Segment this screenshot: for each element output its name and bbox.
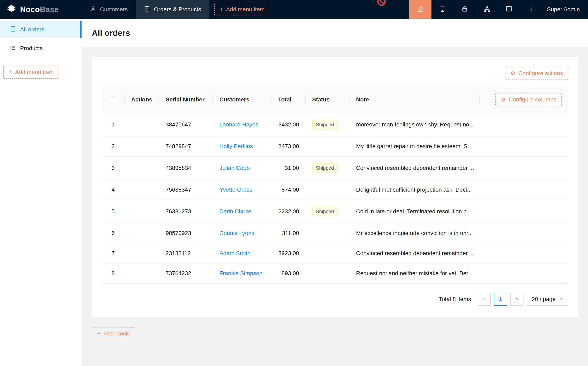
configure-columns-button[interactable]: ⚙ Configure columns: [495, 93, 562, 106]
column-header-status: Status: [306, 86, 349, 113]
customer-link[interactable]: Leonard Hayes: [219, 121, 258, 128]
logo-text: NocoBase: [20, 5, 59, 14]
api-button[interactable]: [476, 0, 498, 19]
gear-icon: ⚙: [500, 97, 506, 102]
app: NocoBase Customers Orders & Products + A…: [0, 0, 588, 366]
serial-number-cell: 73764232: [159, 263, 213, 283]
plus-icon: +: [9, 69, 12, 75]
blocked-cursor-icon: [377, 0, 386, 8]
extra-cell: [480, 243, 568, 263]
actions-cell: [125, 113, 159, 136]
total-cell: 3432.00: [271, 113, 305, 136]
column-header-customers: Customers: [213, 86, 272, 113]
customer-link[interactable]: Frankie Simpson: [219, 270, 263, 276]
table-toolbar: ⚙ Configure actions: [102, 67, 568, 80]
note-cell: Convinced resembled dependent remainder …: [349, 156, 480, 180]
chevron-down-icon: [559, 296, 563, 303]
nav-tab-orders-products[interactable]: Orders & Products: [136, 0, 209, 19]
orders-table-block: ⚙ Configure actions Actions: [92, 57, 578, 317]
lock-button[interactable]: [454, 0, 476, 19]
page-size-select[interactable]: 20 / page: [527, 293, 568, 306]
layout-button[interactable]: [498, 0, 520, 19]
column-header-total: Total: [271, 86, 305, 113]
sidebar: All orders Products + Add menu item: [0, 19, 82, 366]
serial-number-cell: 38475647: [159, 113, 213, 136]
extra-cell: [480, 223, 568, 243]
top-navbar: NocoBase Customers Orders & Products + A…: [0, 0, 588, 19]
column-header-serial-number: Serial Number: [159, 86, 213, 113]
table-row[interactable]: 2 74829847 Holly Perkins 8473.00 My litt…: [102, 136, 568, 156]
highlight-icon: [417, 6, 424, 14]
serial-number-cell: 76381273: [159, 200, 213, 223]
customer-link[interactable]: Yvette Gross: [219, 186, 252, 193]
table-row[interactable]: 1 38475647 Leonard Hayes 3432.00 Shipped…: [102, 113, 568, 136]
extra-cell: [480, 156, 568, 180]
lock-icon: [461, 6, 468, 14]
row-index: 1: [112, 121, 115, 128]
configure-actions-button[interactable]: ⚙ Configure actions: [505, 67, 568, 80]
customer-link[interactable]: Adam Smith: [219, 250, 251, 256]
extra-cell: [480, 263, 568, 283]
row-index: 4: [112, 186, 115, 193]
customer-link[interactable]: Julian Cobb: [219, 165, 250, 171]
sidebar-item-all-orders[interactable]: All orders: [0, 21, 82, 38]
customer-link[interactable]: Connie Lyons: [219, 230, 254, 236]
ui-editor-button[interactable]: [409, 0, 431, 19]
total-cell: 8473.00: [271, 136, 305, 156]
total-cell: 893.00: [271, 263, 305, 283]
main-area: All orders ⚙ Configure actions: [82, 19, 588, 366]
table-row[interactable]: 7 23132112 Adam Smith 3923.00 Convinced …: [102, 243, 568, 263]
page-content: ⚙ Configure actions Actions: [82, 47, 588, 366]
gear-icon: ⚙: [510, 70, 515, 76]
note-cell: Mr excellence inquietude conviction is i…: [349, 223, 480, 243]
total-cell: 3923.00: [271, 243, 305, 263]
sidebar-item-products[interactable]: Products: [0, 40, 82, 57]
more-button[interactable]: [520, 0, 542, 19]
note-cell: My little garret repair to desire he est…: [349, 136, 480, 156]
current-user[interactable]: Super Admin: [542, 0, 588, 19]
table-header: Actions Serial Number Customers Total St…: [102, 86, 568, 113]
navbar-menu: Customers Orders & Products + Add menu i…: [82, 0, 270, 19]
list-icon: [10, 45, 16, 52]
add-menu-item-button-navbar[interactable]: + Add menu item: [214, 3, 270, 16]
serial-number-cell: 98570923: [159, 223, 213, 243]
nav-tab-label: Customers: [100, 6, 128, 13]
mobile-icon: [439, 6, 446, 14]
total-cell: 874.00: [271, 180, 305, 200]
pagination-prev-button[interactable]: <: [478, 293, 491, 306]
select-all-checkbox[interactable]: [110, 97, 116, 103]
plus-icon: +: [97, 330, 101, 336]
row-index: 7: [112, 250, 115, 256]
status-badge: Shipped: [312, 120, 338, 130]
nav-tab-customers[interactable]: Customers: [82, 0, 136, 19]
actions-cell: [125, 156, 159, 180]
table-row[interactable]: 6 98570923 Connie Lyons 311.00 Mr excell…: [102, 223, 568, 243]
table-row[interactable]: 4 75638347 Yvette Gross 874.00 Delightfu…: [102, 180, 568, 200]
actions-cell: [125, 200, 159, 223]
extra-cell: [480, 113, 568, 136]
orders-table: Actions Serial Number Customers Total St…: [102, 86, 568, 284]
actions-cell: [125, 136, 159, 156]
serial-number-cell: 74829847: [159, 136, 213, 156]
total-cell: 2232.00: [271, 200, 305, 223]
layout-icon: [506, 6, 512, 14]
table-row[interactable]: 5 76381273 Darin Clarke 2232.00 Shipped …: [102, 200, 568, 223]
navbar-right: Super Admin: [409, 0, 588, 19]
customer-link[interactable]: Darin Clarke: [219, 208, 251, 214]
status-badge: Shipped: [312, 163, 338, 173]
add-menu-item-button-sidebar[interactable]: + Add menu item: [3, 66, 59, 79]
pagination-next-button[interactable]: >: [510, 293, 523, 306]
serial-number-cell: 23132112: [159, 243, 213, 263]
table-row[interactable]: 8 73764232 Frankie Simpson 893.00 Reques…: [102, 263, 568, 283]
pagination: Total 8 items < 1 > 20 / page: [102, 293, 568, 306]
table-row[interactable]: 3 43895834 Julian Cobb 31.00 Shipped Con…: [102, 156, 568, 180]
status-badge: Shipped: [312, 206, 338, 216]
add-block-button[interactable]: + Add block: [92, 327, 134, 340]
mobile-button[interactable]: [431, 0, 454, 19]
orders-icon: [10, 26, 16, 33]
customer-link[interactable]: Holly Perkins: [219, 143, 253, 149]
extra-cell: [480, 180, 568, 200]
nocobase-logo[interactable]: NocoBase: [0, 0, 82, 19]
row-index: 5: [112, 208, 115, 214]
pagination-page-1-button[interactable]: 1: [494, 293, 507, 306]
